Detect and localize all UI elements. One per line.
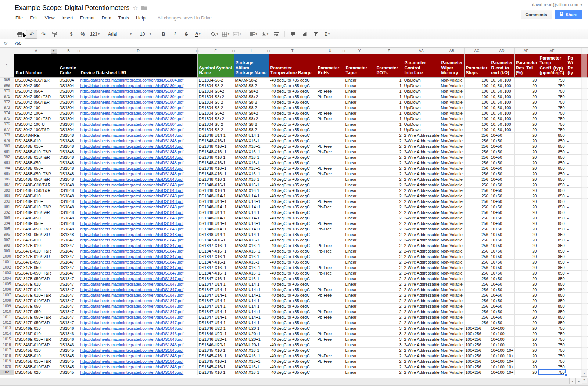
cell[interactable]: 1: [375, 127, 403, 132]
cell[interactable]: Non-Volatile: [440, 331, 464, 336]
column-header-AC[interactable]: AC: [464, 48, 490, 54]
hidden-columns-icon[interactable]: ▸: [234, 49, 236, 53]
cell[interactable]: MAXM-U20-1: [234, 325, 269, 331]
cell[interactable]: 850: [538, 292, 566, 298]
cell[interactable]: 750: [538, 364, 566, 369]
cell[interactable]: DS1848-U14-1: [197, 132, 234, 138]
cell[interactable]: [316, 132, 344, 138]
row-header[interactable]: 1008: [0, 298, 14, 303]
cell[interactable]: [316, 254, 344, 259]
folder-icon[interactable]: [141, 5, 147, 11]
cell[interactable]: 850: [538, 259, 566, 265]
cell[interactable]: 850: [538, 303, 566, 309]
cell[interactable]: DS1804Z-100+T&R: [14, 116, 58, 121]
cell[interactable]: 750: [538, 110, 566, 116]
cell[interactable]: MAXM-S8-2: [234, 99, 269, 105]
datasheet-link[interactable]: http://datasheets.maximintegrated.com/en…: [80, 183, 184, 187]
cell[interactable]: DS1845B-010: [14, 347, 58, 353]
row-header[interactable]: 995: [0, 226, 14, 232]
cell[interactable]: 2: [375, 187, 403, 193]
cell[interactable]: Pb-Free: [316, 149, 344, 154]
number-format-button[interactable]: 123▾: [89, 30, 101, 38]
cell[interactable]: 256: [464, 226, 490, 232]
header-cell[interactable]: Parameter Temperature Range: [269, 54, 316, 77]
cell[interactable]: Up/Down: [403, 116, 440, 121]
cell[interactable]: DS1847B-050+T&R: [14, 270, 58, 276]
cell[interactable]: 10+100, 10+: [490, 358, 514, 364]
cell[interactable]: 2: [375, 254, 403, 259]
cell[interactable]: MAXM-X16-1: [234, 176, 269, 182]
cell[interactable]: 2: [375, 193, 403, 198]
cell[interactable]: DS1848B-010: [14, 138, 58, 143]
row-header[interactable]: 1021: [0, 369, 14, 375]
cell[interactable]: DS1848: [58, 226, 79, 232]
row-header[interactable]: 974: [0, 110, 14, 116]
cell[interactable]: [316, 210, 344, 215]
cell[interactable]: -40 degC to +85 degC: [269, 149, 316, 154]
cell[interactable]: [316, 83, 344, 88]
cell[interactable]: 850: [538, 215, 566, 221]
cell[interactable]: Linear: [344, 204, 375, 210]
cell[interactable]: -40 degC to +85 degC: [269, 77, 316, 83]
cell[interactable]: MAXM-U14-1: [234, 303, 269, 309]
cell[interactable]: 256: [464, 138, 490, 143]
row-header[interactable]: 1006: [0, 287, 14, 292]
cell[interactable]: DS1804-S8-2: [197, 83, 234, 88]
cell[interactable]: Non-Volatile: [440, 303, 464, 309]
cell[interactable]: DS1847-U14-1: [197, 303, 234, 309]
cell[interactable]: 100: [464, 77, 490, 83]
hidden-columns-icon[interactable]: ▸: [80, 49, 81, 53]
cell[interactable]: [316, 342, 344, 347]
cell[interactable]: DS1847-U14+1: [197, 309, 234, 314]
cell[interactable]: -40 degC to +85 degC: [269, 204, 316, 210]
cell[interactable]: http://datasheets.maximintegrated.com/en…: [79, 320, 197, 325]
cell[interactable]: Non-Volatile: [440, 149, 464, 154]
cell[interactable]: Pb-Free: [316, 331, 344, 336]
cell[interactable]: 2: [375, 270, 403, 276]
cell[interactable]: DS1847E-050+: [14, 309, 58, 314]
datasheet-link[interactable]: http://datasheets.maximintegrated.com/en…: [80, 254, 184, 259]
cell[interactable]: 256: [464, 314, 490, 320]
datasheet-link[interactable]: http://datasheets.maximintegrated.com/en…: [80, 227, 184, 231]
cell[interactable]: http://datasheets.maximintegrated.com/en…: [79, 187, 197, 193]
cell[interactable]: DS1804Z-010/T&R: [14, 77, 58, 83]
cell[interactable]: Pb-Free: [316, 88, 344, 94]
scroll-up-icon[interactable]: ▴: [581, 370, 587, 376]
cell[interactable]: MAXM-X16-1: [234, 369, 269, 375]
font-size-select[interactable]: 10▾: [139, 30, 152, 38]
cell[interactable]: 10, 50 ,100: [490, 83, 514, 88]
column-header-I[interactable]: ▸I◂: [234, 48, 269, 54]
cell[interactable]: 2: [375, 171, 403, 176]
row-header[interactable]: 1009: [0, 303, 14, 309]
menu-help[interactable]: Help: [136, 15, 146, 21]
cell[interactable]: MAXM-U14+1: [234, 198, 269, 204]
cell[interactable]: http://datasheets.maximintegrated.com/en…: [79, 77, 197, 83]
cell[interactable]: DS1847-U14-1: [197, 298, 234, 303]
cell[interactable]: 1: [375, 77, 403, 83]
cell[interactable]: MAXM-U14-1: [234, 193, 269, 198]
cell[interactable]: DS1847: [58, 243, 79, 248]
cell[interactable]: Linear: [344, 215, 375, 221]
cell[interactable]: -40 degC to +85 degC: [269, 154, 316, 160]
cell[interactable]: DS1845-X16-1: [197, 369, 234, 375]
cell[interactable]: http://datasheets.maximintegrated.com/en…: [79, 105, 197, 110]
cell[interactable]: 10, 50 ,100: [490, 94, 514, 99]
cell[interactable]: 2-Wire Addressable: [403, 369, 440, 375]
cell[interactable]: DS1847E-050/T&R: [14, 320, 58, 325]
cell[interactable]: Pb-Free: [316, 270, 344, 276]
row-header[interactable]: 1001: [0, 259, 14, 265]
cell[interactable]: Non-Volatile: [440, 353, 464, 358]
cell[interactable]: -40 degC to +85 degC: [269, 281, 316, 287]
cell[interactable]: 10+100: [490, 336, 514, 342]
cell[interactable]: Non-Volatile: [440, 298, 464, 303]
cell[interactable]: DS1846E-010+: [14, 331, 58, 336]
cell[interactable]: 20: [514, 232, 538, 237]
cell[interactable]: DS1804-S8+2: [197, 110, 234, 116]
cell[interactable]: 10+50: [490, 243, 514, 248]
cell[interactable]: DS1804-S8+2: [197, 116, 234, 121]
cell[interactable]: 10+50: [490, 232, 514, 237]
cell[interactable]: 20: [514, 143, 538, 149]
cell[interactable]: DS1848B-050+T&R: [14, 171, 58, 176]
vertical-scrollbar[interactable]: [581, 48, 587, 370]
cell[interactable]: Non-Volatile: [440, 105, 464, 110]
